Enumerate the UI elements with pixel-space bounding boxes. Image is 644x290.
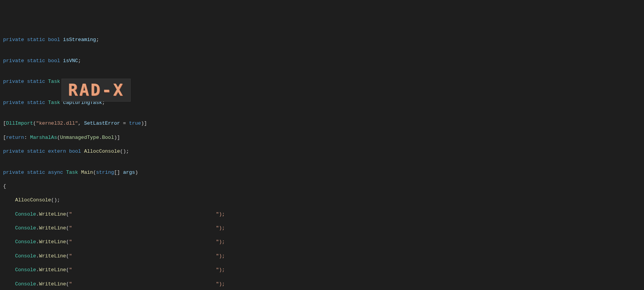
ascii-banner: RAD-X (61, 79, 131, 102)
code-line: Console.WriteLine(" "); (3, 281, 641, 288)
code-line: private static bool isStreaming; (3, 36, 641, 43)
code-editor[interactable]: private static bool isStreaming; private… (0, 28, 644, 290)
code-line: Console.WriteLine(" "); (3, 225, 641, 232)
code-line: private static extern bool AllocConsole(… (3, 148, 641, 155)
code-line: AllocConsole(); (3, 197, 641, 204)
code-line: private static async Task Main(string[] … (3, 169, 641, 176)
code-line: [DllImport("kernel32.dll", SetLastError … (3, 120, 641, 127)
code-line: private static bool isVNC; (3, 58, 641, 64)
code-line: [return: MarshalAs(UnmanagedType.Bool)] (3, 134, 641, 141)
code-line: Console.WriteLine(" "); (3, 239, 641, 246)
code-line: Console.WriteLine(" "); (3, 211, 641, 218)
code-line: Console.WriteLine(" "); (3, 267, 641, 274)
code-line: Console.WriteLine(" "); (3, 253, 641, 260)
code-line: { (3, 183, 641, 190)
